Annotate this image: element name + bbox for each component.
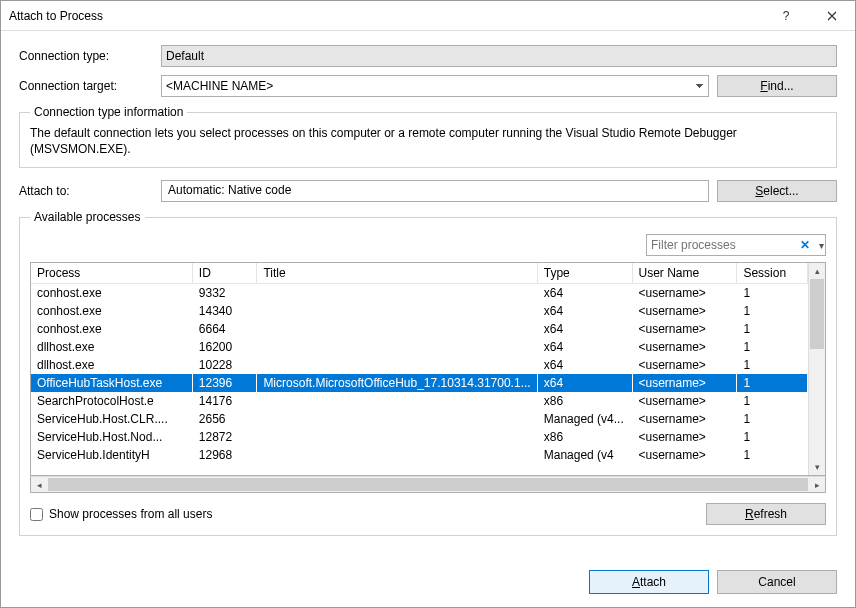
process-table[interactable]: Process ID Title Type User Name Session … [30,262,826,476]
vertical-scrollbar[interactable]: ▴ ▾ [808,263,825,475]
attach-button[interactable]: Attach [589,570,709,594]
cell-id: 10228 [192,356,257,374]
cell-process: conhost.exe [31,284,192,303]
find-button[interactable]: Find... [717,75,837,97]
cell-session: 1 [737,320,808,338]
cell-session: 1 [737,302,808,320]
table-row[interactable]: SearchProtocolHost.e14176x86<username>1 [31,392,808,410]
filter-input[interactable] [646,234,826,256]
help-button[interactable]: ? [763,1,809,31]
cell-process: conhost.exe [31,302,192,320]
cell-title [257,338,537,356]
cell-process: SearchProtocolHost.e [31,392,192,410]
cell-process: conhost.exe [31,320,192,338]
cell-user: <username> [632,338,737,356]
table-header-row[interactable]: Process ID Title Type User Name Session [31,263,808,284]
cell-session: 1 [737,428,808,446]
cell-user: <username> [632,302,737,320]
connection-info-legend: Connection type information [30,105,187,119]
cell-user: <username> [632,374,737,392]
cell-user: <username> [632,446,737,464]
cell-id: 9332 [192,284,257,303]
connection-info-text: The default connection lets you select p… [30,125,826,157]
cell-title [257,356,537,374]
table-row[interactable]: conhost.exe14340x64<username>1 [31,302,808,320]
cell-session: 1 [737,284,808,303]
close-icon [827,11,837,21]
cell-type: x64 [537,284,632,303]
table-row[interactable]: conhost.exe9332x64<username>1 [31,284,808,303]
cell-id: 14176 [192,392,257,410]
scroll-down-icon[interactable]: ▾ [809,459,825,475]
attach-to-label: Attach to: [19,184,161,198]
available-processes-group: Available processes ✕ ▾ Process ID [19,210,837,536]
table-row[interactable]: ServiceHub.Host.CLR....2656Managed (v4..… [31,410,808,428]
cell-id: 16200 [192,338,257,356]
table-row[interactable]: ServiceHub.Host.Nod...12872x86<username>… [31,428,808,446]
cell-process: OfficeHubTaskHost.exe [31,374,192,392]
table-row[interactable]: dllhost.exe16200x64<username>1 [31,338,808,356]
cell-type: Managed (v4 [537,446,632,464]
table-row[interactable]: conhost.exe6664x64<username>1 [31,320,808,338]
cell-session: 1 [737,374,808,392]
connection-type-select[interactable]: Default [161,45,837,67]
cell-session: 1 [737,356,808,374]
filter-dropdown-icon[interactable]: ▾ [819,240,824,251]
scroll-left-icon[interactable]: ◂ [31,480,47,490]
scroll-thumb[interactable] [810,279,824,349]
table-row[interactable]: OfficeHubTaskHost.exe12396Microsoft.Micr… [31,374,808,392]
show-all-users-checkbox[interactable]: Show processes from all users [30,507,212,521]
cell-user: <username> [632,356,737,374]
connection-target-select[interactable]: <MACHINE NAME> [161,75,709,97]
cell-title [257,284,537,303]
cell-type: x64 [537,374,632,392]
cell-process: ServiceHub.IdentityH [31,446,192,464]
cancel-button[interactable]: Cancel [717,570,837,594]
col-id[interactable]: ID [192,263,257,284]
cell-user: <username> [632,284,737,303]
cell-type: x64 [537,338,632,356]
cell-id: 12968 [192,446,257,464]
connection-type-label: Connection type: [19,49,161,63]
cell-title [257,302,537,320]
cell-session: 1 [737,410,808,428]
cell-title [257,320,537,338]
col-session[interactable]: Session [737,263,808,284]
cell-title [257,446,537,464]
table-row[interactable]: dllhost.exe10228x64<username>1 [31,356,808,374]
horizontal-scrollbar[interactable]: ◂ ▸ [30,476,826,493]
refresh-button[interactable]: Refresh [706,503,826,525]
cell-session: 1 [737,338,808,356]
title-bar: Attach to Process ? [1,1,855,31]
cell-title [257,428,537,446]
hscroll-thumb[interactable] [48,478,808,491]
col-title[interactable]: Title [257,263,537,284]
window-title: Attach to Process [1,9,763,23]
col-user[interactable]: User Name [632,263,737,284]
cell-type: x64 [537,320,632,338]
connection-info-group: Connection type information The default … [19,105,837,168]
scroll-up-icon[interactable]: ▴ [809,263,825,279]
cell-process: dllhost.exe [31,356,192,374]
cell-user: <username> [632,392,737,410]
select-button[interactable]: Select... [717,180,837,202]
cell-user: <username> [632,410,737,428]
close-button[interactable] [809,1,855,31]
cell-process: dllhost.exe [31,338,192,356]
cell-id: 6664 [192,320,257,338]
show-all-users-label: Show processes from all users [49,507,212,521]
available-processes-legend: Available processes [30,210,145,224]
cell-user: <username> [632,320,737,338]
cell-title [257,410,537,428]
scroll-right-icon[interactable]: ▸ [809,480,825,490]
cell-process: ServiceHub.Host.CLR.... [31,410,192,428]
cell-id: 12872 [192,428,257,446]
clear-filter-icon[interactable]: ✕ [800,238,810,252]
col-process[interactable]: Process [31,263,192,284]
cell-type: Managed (v4... [537,410,632,428]
show-all-users-input[interactable] [30,508,43,521]
cell-type: x86 [537,428,632,446]
cell-title [257,392,537,410]
col-type[interactable]: Type [537,263,632,284]
table-row[interactable]: ServiceHub.IdentityH12968Managed (v4<use… [31,446,808,464]
